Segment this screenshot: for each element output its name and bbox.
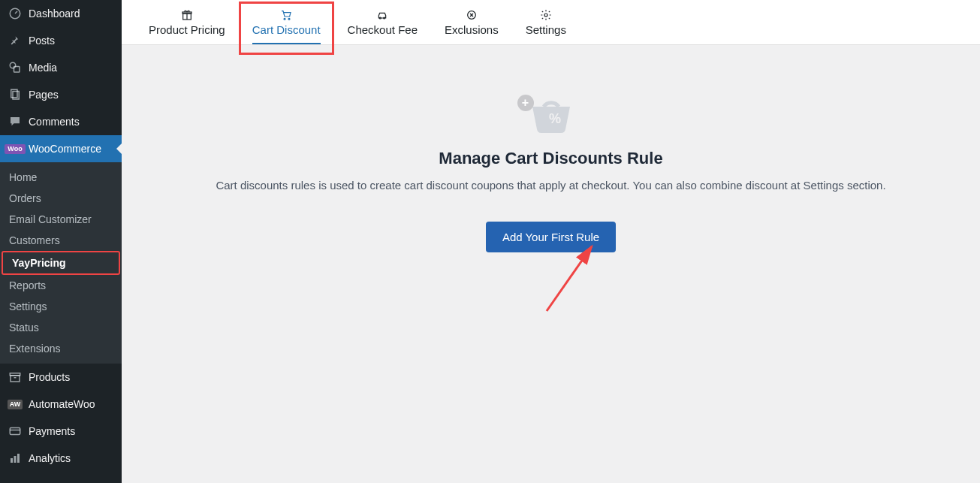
sidebar-item-label: Dashboard: [29, 8, 80, 20]
sidebar-item-woocommerce[interactable]: Woo WooCommerce: [0, 135, 122, 162]
sidebar-sub-orders[interactable]: Orders: [0, 188, 122, 209]
svg-rect-12: [17, 454, 20, 463]
gift-icon: [181, 8, 193, 22]
svg-point-23: [544, 14, 547, 17]
sidebar-submenu: Home Orders Email Customizer Customers Y…: [0, 162, 122, 364]
sidebar-sub-email-customizer[interactable]: Email Customizer: [0, 209, 122, 230]
add-first-rule-button[interactable]: Add Your First Rule: [486, 222, 616, 252]
svg-rect-8: [10, 428, 20, 435]
tab-bar: Product Pricing Cart Discount Checkout F…: [122, 0, 980, 45]
tab-label: Exclusions: [445, 23, 499, 36]
sidebar-item-dashboard[interactable]: Dashboard: [0, 0, 122, 27]
sidebar-sub-reports[interactable]: Reports: [0, 275, 122, 296]
sidebar-item-posts[interactable]: Posts: [0, 27, 122, 54]
sidebar-sub-customers[interactable]: Customers: [0, 230, 122, 251]
basket-icon: %: [525, 90, 577, 135]
sidebar-item-payments[interactable]: Payments: [0, 418, 122, 445]
sidebar-item-label: WooCommerce: [29, 143, 101, 155]
admin-sidebar: Dashboard Posts Media Pages Comments: [0, 0, 122, 483]
dashboard-icon: [8, 6, 23, 21]
svg-rect-6: [11, 376, 20, 382]
svg-rect-15: [182, 12, 191, 14]
tab-checkout-fee[interactable]: Checkout Fee: [334, 0, 431, 44]
card-icon: [8, 424, 23, 439]
pages-icon: [8, 87, 23, 102]
sidebar-item-comments[interactable]: Comments: [0, 108, 122, 135]
sidebar-item-label: Comments: [29, 116, 80, 128]
gear-icon: [540, 8, 552, 22]
svg-line-25: [547, 246, 592, 311]
sidebar-sub-yaypricing[interactable]: YayPricing: [2, 251, 120, 275]
tab-exclusions[interactable]: Exclusions: [431, 0, 512, 44]
sidebar-item-media[interactable]: Media: [0, 54, 122, 81]
cart-icon: [280, 8, 292, 22]
sidebar-item-automatewoo[interactable]: AW AutomateWoo: [0, 391, 122, 418]
aw-badge: AW: [8, 400, 23, 409]
comment-icon: [8, 114, 23, 129]
empty-state-illustration: + %: [525, 90, 577, 135]
empty-state-description: Cart discounts rules is used to create c…: [216, 179, 885, 192]
sidebar-item-label: Analytics: [29, 452, 71, 464]
svg-point-16: [284, 18, 285, 20]
main-area: Product Pricing Cart Discount Checkout F…: [122, 0, 980, 483]
sidebar-item-label: Posts: [29, 35, 55, 47]
sidebar-item-pages[interactable]: Pages: [0, 81, 122, 108]
sidebar-item-label: Payments: [29, 425, 75, 437]
svg-text:%: %: [548, 111, 560, 126]
sidebar-item-analytics[interactable]: Analytics: [0, 445, 122, 472]
archive-icon: [8, 370, 23, 385]
tab-label: Product Pricing: [149, 23, 225, 36]
tab-product-pricing[interactable]: Product Pricing: [135, 0, 239, 44]
svg-point-17: [288, 18, 290, 20]
sidebar-sub-extensions[interactable]: Extensions: [0, 338, 122, 359]
car-icon: [376, 8, 388, 22]
tab-label: Checkout Fee: [348, 23, 418, 36]
woo-badge: Woo: [5, 144, 25, 154]
sidebar-sub-status[interactable]: Status: [0, 317, 122, 338]
sidebar-item-label: AutomateWoo: [29, 398, 95, 410]
sidebar-item-products[interactable]: Products: [0, 364, 122, 391]
media-icon: [8, 60, 23, 75]
svg-rect-11: [14, 456, 17, 463]
sidebar-item-label: Media: [29, 62, 57, 74]
close-circle-icon: [466, 8, 478, 22]
svg-point-1: [10, 62, 16, 68]
content-area: + % Manage Cart Discounts Rule Cart disc…: [122, 45, 980, 483]
sidebar-sub-home[interactable]: Home: [0, 167, 122, 188]
sidebar-item-label: Products: [29, 371, 70, 383]
tab-settings[interactable]: Settings: [512, 0, 580, 44]
woo-icon: Woo: [8, 141, 23, 156]
plus-badge-icon: +: [517, 95, 534, 111]
pin-icon: [8, 33, 23, 48]
svg-rect-10: [11, 458, 13, 463]
tab-cart-discount[interactable]: Cart Discount: [239, 0, 334, 44]
sidebar-item-label: Pages: [29, 89, 59, 101]
empty-state-heading: Manage Cart Discounts Rule: [439, 149, 662, 168]
aw-icon: AW: [8, 397, 23, 412]
tab-label: Settings: [526, 23, 566, 36]
tab-label: Cart Discount: [252, 23, 321, 36]
chart-icon: [8, 451, 23, 466]
sidebar-sub-settings[interactable]: Settings: [0, 296, 122, 317]
